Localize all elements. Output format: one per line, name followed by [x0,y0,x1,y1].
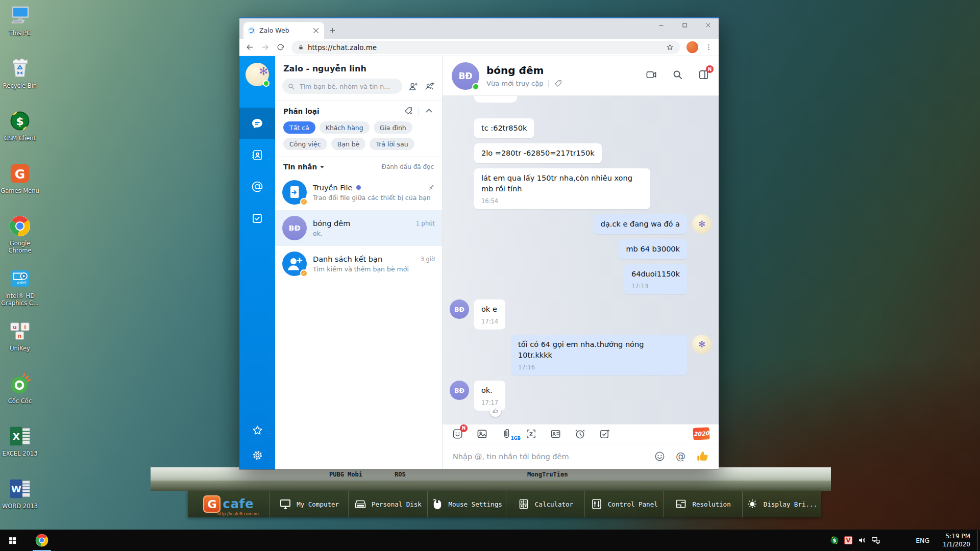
composer-tool-button[interactable]: N [452,428,463,440]
language-indicator[interactable]: ENG [916,537,929,544]
network-icon[interactable] [871,536,880,545]
conversation-item[interactable]: Truyền File Trao đổi file giữa các thiết… [275,174,442,210]
desktop-icon[interactable]: Google Chrome [0,212,40,265]
thumb-reaction-badge[interactable] [489,405,501,417]
filter-pill[interactable]: Khách hàng [320,121,370,134]
emoji-icon[interactable] [654,450,666,462]
filter-pill[interactable]: Trả lời sau [370,138,414,150]
message-bubble[interactable]: 64duoi1150k 17:13 [624,264,687,294]
game-shortcut-label[interactable]: MongTruTien [527,471,568,478]
gcafe-tool-button[interactable]: My Computer [270,491,348,517]
message-bubble[interactable]: mb 64 b3000k [619,239,687,259]
desktop-icon[interactable]: $ CSM Client [0,107,40,160]
reload-button[interactable] [276,43,285,52]
message-bubble[interactable]: lát em qua lấy 150tr nha,còn nhiêu xong … [474,168,650,209]
desktop-icon[interactable]: G Games Menu [0,160,40,212]
message-sender-avatar[interactable] [450,168,469,188]
tag-icon[interactable] [554,79,562,88]
conversation-item[interactable]: Danh sách kết bạn 3 giờ Tìm kiếm và thêm… [275,246,442,282]
add-friend-icon[interactable] [408,81,419,92]
star-icon[interactable] [252,424,263,436]
rail-nav-item[interactable] [239,139,275,171]
desktop-icon[interactable]: X EXCEL 2013 [0,422,40,475]
desktop-icon[interactable]: This PC [0,2,40,55]
message-sender-avatar[interactable] [692,239,712,259]
mark-read-button[interactable]: Đánh dấu đã đọc [382,163,434,170]
chevron-up-icon[interactable] [424,106,434,116]
game-shortcut-label[interactable]: ROS [395,471,406,478]
rail-nav-item[interactable] [239,203,275,234]
settings-icon[interactable] [252,449,263,461]
maximize-button[interactable] [681,22,688,29]
create-group-icon[interactable] [424,81,435,92]
composer-tool-button[interactable] [476,428,488,440]
user-avatar[interactable] [246,63,269,86]
message-bubble[interactable]: ok. 17:17 [474,381,505,411]
conversation-item[interactable]: BĐ bóng đêm 1 phút [275,210,442,246]
chat-action-button[interactable] [646,69,657,83]
gcafe-tool-button[interactable]: Display Bri... [742,491,821,517]
message-sender-avatar[interactable] [692,335,712,354]
message-history[interactable]: tc :62tr850k 2lo =280tr -62850=217tr [443,96,719,424]
rail-nav-item[interactable] [239,171,275,203]
message-sender-avatar[interactable] [692,214,712,234]
composer-tool-button[interactable] [574,428,586,440]
filter-pill[interactable]: Công việc [283,138,327,150]
message-sender-avatar[interactable]: BĐ [450,299,469,319]
gcafe-tool-button[interactable]: Calculator [506,491,584,517]
show-desktop-button[interactable] [977,530,980,551]
chrome-menu-icon[interactable] [705,43,713,51]
filter-pill[interactable]: Gia đình [374,121,412,134]
filter-pill[interactable]: Bạn bè [331,138,366,150]
desktop-icon[interactable]: intel Intel® HD Graphics C... [0,265,40,317]
desktop-icon[interactable]: Recycle Bin [0,55,40,107]
csm-dollar-icon[interactable]: $ [830,536,839,545]
tag-add-icon[interactable] [404,106,413,116]
tet-2020-promo-icon[interactable]: 2020 [693,427,709,440]
start-button[interactable] [0,530,24,551]
composer-tool-button[interactable] [550,428,561,440]
url-field[interactable]: https://chat.zalo.me [291,41,680,54]
message-bubble[interactable]: 2lo =280tr -62850=217tr150k [474,143,602,163]
desktop-icon[interactable]: Cốc Cốc [0,370,40,422]
speaker-icon[interactable] [857,536,867,545]
message-bubble[interactable] [474,96,517,103]
gcafe-tool-button[interactable]: Personal Disk [348,491,427,517]
close-button[interactable] [705,22,712,29]
gcafe-tool-button[interactable]: Control Panel [584,491,663,517]
forward-button[interactable] [261,43,270,52]
message-sender-avatar[interactable] [450,143,469,163]
message-bubble[interactable]: tối có 64 gọi em nha.thưởng nóng 10tr.kk… [511,335,687,375]
taskbar-chrome-button[interactable] [30,530,54,551]
messages-section-label[interactable]: Tin nhắn [283,163,324,171]
chat-action-button[interactable] [672,69,683,83]
gcafe-tool-button[interactable]: Resolution [663,491,742,517]
taskbar-clock[interactable]: 5:19 PM 1/1/2020 [943,532,970,548]
like-button[interactable] [696,449,709,463]
minimize-button[interactable] [658,22,665,29]
mention-icon[interactable]: @ [676,452,685,461]
new-tab-button[interactable] [329,27,336,34]
game-shortcut-label[interactable]: PUBG Mobi [329,471,362,478]
message-bubble[interactable]: ok e 17:14 [474,299,505,330]
chat-action-button[interactable]: N [698,69,709,83]
message-input[interactable] [452,452,644,461]
message-sender-avatar[interactable]: BĐ [450,381,469,400]
filter-pill[interactable]: Tất cả [283,121,315,134]
rail-nav-item[interactable] [239,108,275,139]
search-input[interactable] [282,79,402,94]
message-sender-avatar[interactable] [692,264,712,284]
gcafe-logo[interactable]: G cafe http://icafe8.com.vn [188,491,270,517]
tab-close-icon[interactable] [312,27,320,35]
chrome-profile-avatar[interactable] [687,41,698,53]
composer-tool-button[interactable] [525,428,537,440]
composer-tool-button[interactable]: 1GB [501,428,512,440]
unikey-v-icon[interactable]: V [844,536,853,545]
composer-tool-button[interactable] [599,428,610,440]
bookmark-star-icon[interactable] [666,43,674,51]
desktop-icon[interactable]: W WORD 2013 [0,475,40,528]
message-sender-avatar[interactable] [450,118,469,138]
gcafe-tool-button[interactable]: Mouse Settings [427,491,506,517]
message-sender-avatar[interactable] [450,96,469,115]
message-bubble[interactable]: dạ.ck e đang wa đó a [594,214,687,234]
